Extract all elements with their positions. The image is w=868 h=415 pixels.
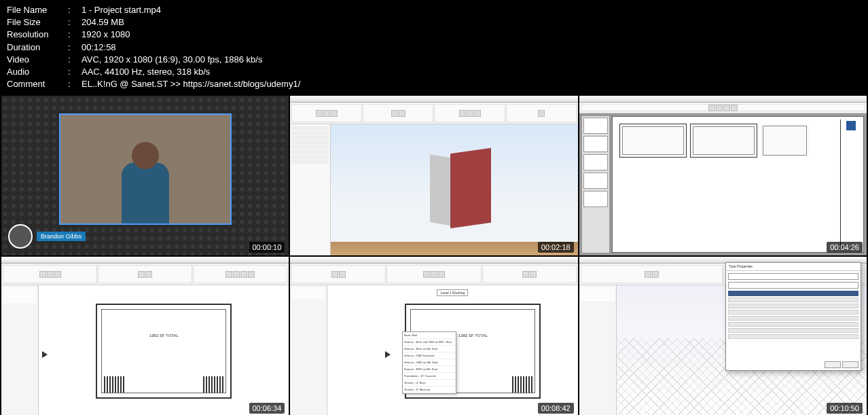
resolution-label: Resolution bbox=[7, 29, 68, 41]
family-combo[interactable] bbox=[728, 273, 858, 280]
project-browser bbox=[1, 285, 39, 415]
wall-type-option[interactable]: Exterior - Brick on Mtl. Stud bbox=[403, 346, 456, 353]
wall-type-option[interactable]: Exterior - CMU on Mtl. Stud bbox=[403, 359, 456, 366]
dialog-title: Type Properties bbox=[726, 263, 861, 271]
floor-plan-1 bbox=[619, 124, 687, 158]
wall-type-option[interactable]: Foundation - 12" Concrete bbox=[403, 373, 456, 380]
wall-type-option[interactable]: Exterior - Brick and CMU on MTL. Stud bbox=[403, 339, 456, 346]
duration-label: Duration bbox=[7, 41, 68, 54]
type-properties-dialog[interactable]: Type Properties bbox=[725, 262, 861, 371]
logo-icon bbox=[846, 121, 856, 130]
presenter-head bbox=[132, 142, 159, 169]
wall-type-option[interactable]: Generic - 6" Masonry bbox=[403, 386, 456, 393]
duration-value: 00:12:58 bbox=[82, 41, 116, 54]
timestamp: 00:10:50 bbox=[827, 403, 863, 414]
filesize-value: 204.59 MB bbox=[82, 16, 124, 29]
parameter-row[interactable] bbox=[728, 297, 858, 302]
filename-value: 1 - Project start.mp4 bbox=[82, 4, 161, 16]
ribbon bbox=[290, 103, 577, 124]
cancel-button[interactable] bbox=[842, 361, 858, 368]
timestamp: 00:08:42 bbox=[538, 403, 574, 414]
stairs-right bbox=[512, 376, 532, 393]
thumbnail-1[interactable]: Brandon Gibbs 00:00:10 bbox=[1, 96, 289, 255]
stairs-right bbox=[203, 376, 223, 393]
thumbnail-6[interactable]: Type Properties 00:10:50 bbox=[579, 257, 867, 415]
comment-value: EL..K!nG @ Sanet.ST >> https://sanet.st/… bbox=[82, 78, 300, 90]
pdf-sheet: A101 bbox=[612, 116, 864, 253]
titlebar bbox=[579, 96, 867, 103]
ok-button[interactable] bbox=[825, 361, 841, 368]
acrobat-window: A101 bbox=[579, 96, 867, 255]
parameter-row[interactable] bbox=[728, 310, 858, 314]
section-marker-icon bbox=[42, 351, 48, 358]
wall-type-option[interactable]: Exterior - EIFS on Mtl. Stud bbox=[403, 366, 456, 373]
timestamp: 00:02:18 bbox=[538, 242, 574, 253]
revit-window bbox=[290, 96, 577, 255]
3d-view bbox=[331, 124, 577, 255]
timestamp: 00:04:26 bbox=[827, 242, 863, 253]
toolbar bbox=[579, 103, 867, 113]
timestamp: 00:06:34 bbox=[249, 403, 285, 414]
properties-panel bbox=[290, 124, 331, 255]
room-area-label: 1382 SF TOTAL bbox=[148, 333, 180, 338]
presenter-badge: Brandon Gibbs bbox=[8, 224, 86, 249]
type-combo[interactable] bbox=[728, 282, 858, 289]
comment-label: Comment bbox=[7, 78, 68, 90]
room-area-label: 1382 SF TOTAL bbox=[457, 333, 489, 338]
timestamp: 00:00:10 bbox=[249, 242, 285, 253]
thumbnail-2[interactable]: 00:02:18 bbox=[290, 96, 577, 255]
plan-view: Level 1 Working 1382 SF TOTAL Basic Wall… bbox=[327, 285, 577, 415]
video-value: AVC, 1920 x 1080 (16:9), 30.00 fps, 1886… bbox=[82, 54, 262, 66]
resolution-value: 1920 x 1080 bbox=[82, 29, 130, 41]
avatar-icon bbox=[8, 224, 33, 249]
metadata-panel: File Name:1 - Project start.mp4 File Siz… bbox=[0, 0, 868, 94]
properties-panel bbox=[579, 285, 617, 415]
floor-plan: 1382 SF TOTAL bbox=[96, 304, 232, 399]
parameter-row[interactable] bbox=[728, 334, 858, 339]
view-title: Level 1 Working bbox=[437, 289, 469, 296]
titlebar bbox=[1, 257, 289, 264]
wall-type-option[interactable]: Exterior - CMU Insulated bbox=[403, 353, 456, 359]
revit-window: Type Properties bbox=[579, 257, 867, 415]
video-label: Video bbox=[7, 54, 68, 66]
audio-label: Audio bbox=[7, 66, 68, 78]
wall-type-option[interactable]: Generic - 4" Brick bbox=[403, 380, 456, 386]
thumbnail-3[interactable]: A101 00:04:26 bbox=[579, 96, 867, 255]
wall-type-option[interactable]: Basic Wall bbox=[403, 332, 456, 339]
presenter-name: Brandon Gibbs bbox=[37, 232, 86, 241]
filename-label: File Name bbox=[7, 4, 68, 16]
page-thumbnails bbox=[582, 116, 609, 253]
webcam-frame bbox=[59, 113, 232, 225]
presenter-body bbox=[122, 162, 169, 223]
parameter-row[interactable] bbox=[728, 322, 858, 327]
parameters-header bbox=[728, 291, 858, 296]
wall-type-selector[interactable]: Basic Wall Exterior - Brick and CMU on M… bbox=[402, 331, 456, 394]
plan-view: 1382 SF TOTAL bbox=[39, 285, 289, 415]
stairs-left bbox=[104, 376, 124, 393]
section-marker-icon bbox=[385, 351, 391, 358]
parameter-row[interactable] bbox=[728, 304, 858, 308]
titlebar bbox=[290, 96, 577, 103]
parameter-row[interactable] bbox=[728, 316, 858, 321]
title-block: A101 bbox=[840, 120, 861, 249]
audio-value: AAC, 44100 Hz, stereo, 318 kb/s bbox=[82, 66, 210, 78]
thumbnail-5[interactable]: Level 1 Working 1382 SF TOTAL Basic Wall… bbox=[290, 257, 577, 415]
ribbon bbox=[1, 264, 289, 285]
thumbnail-4[interactable]: 1382 SF TOTAL 00:06:34 bbox=[1, 257, 289, 415]
ribbon bbox=[290, 264, 577, 285]
titlebar bbox=[290, 257, 577, 264]
revit-window: Level 1 Working 1382 SF TOTAL Basic Wall… bbox=[290, 257, 577, 415]
building-model bbox=[430, 151, 498, 232]
floor-plan-3 bbox=[761, 124, 809, 158]
parameter-row[interactable] bbox=[728, 328, 858, 333]
floor-plan-2 bbox=[690, 124, 757, 158]
revit-window: 1382 SF TOTAL bbox=[1, 257, 289, 415]
thumbnail-grid: Brandon Gibbs 00:00:10 bbox=[0, 94, 868, 415]
properties-panel bbox=[290, 285, 327, 415]
filesize-label: File Size bbox=[7, 16, 68, 29]
